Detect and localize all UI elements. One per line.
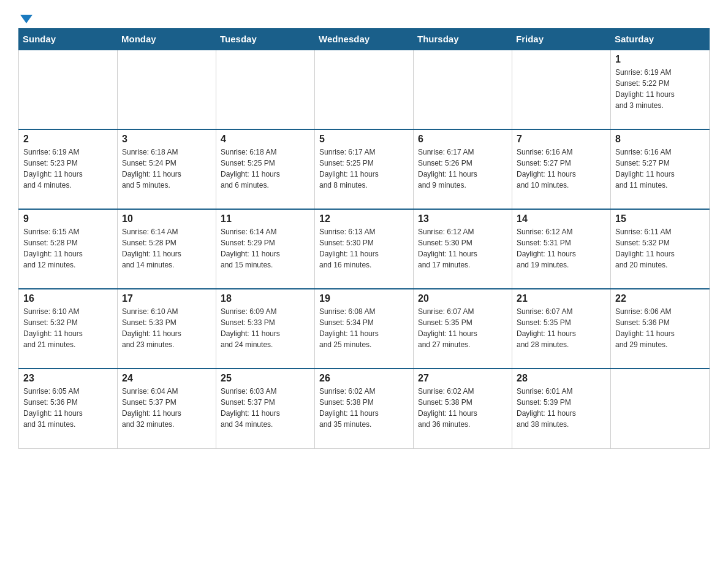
calendar-cell — [315, 50, 414, 129]
calendar-cell: 24Sunrise: 6:04 AMSunset: 5:37 PMDayligh… — [118, 369, 216, 448]
day-number: 13 — [418, 213, 507, 224]
day-number: 22 — [615, 293, 705, 304]
day-number: 4 — [221, 134, 310, 145]
day-info: Sunrise: 6:02 AMSunset: 5:38 PMDaylight:… — [418, 386, 507, 430]
calendar-cell: 22Sunrise: 6:06 AMSunset: 5:36 PMDayligh… — [611, 289, 710, 369]
day-info: Sunrise: 6:13 AMSunset: 5:30 PMDaylight:… — [319, 226, 409, 270]
day-number: 26 — [319, 373, 409, 384]
calendar-cell: 18Sunrise: 6:09 AMSunset: 5:33 PMDayligh… — [216, 289, 315, 369]
calendar-cell: 10Sunrise: 6:14 AMSunset: 5:28 PMDayligh… — [118, 209, 216, 289]
weekday-header-monday: Monday — [118, 29, 216, 50]
week-row-2: 2Sunrise: 6:19 AMSunset: 5:23 PMDaylight… — [19, 129, 710, 209]
day-info: Sunrise: 6:07 AMSunset: 5:35 PMDaylight:… — [517, 306, 606, 350]
day-number: 16 — [23, 293, 113, 304]
day-number: 21 — [517, 293, 606, 304]
calendar-cell: 21Sunrise: 6:07 AMSunset: 5:35 PMDayligh… — [512, 289, 611, 369]
logo-arrow-icon — [20, 15, 32, 23]
day-info: Sunrise: 6:10 AMSunset: 5:33 PMDaylight:… — [122, 306, 211, 350]
calendar-cell: 14Sunrise: 6:12 AMSunset: 5:31 PMDayligh… — [512, 209, 611, 289]
day-number: 20 — [418, 293, 507, 304]
week-row-3: 9Sunrise: 6:15 AMSunset: 5:28 PMDaylight… — [19, 209, 710, 289]
calendar-cell: 23Sunrise: 6:05 AMSunset: 5:36 PMDayligh… — [19, 369, 118, 448]
day-number: 7 — [517, 134, 606, 145]
day-number: 23 — [23, 373, 113, 384]
calendar-table: SundayMondayTuesdayWednesdayThursdayFrid… — [18, 28, 710, 449]
day-info: Sunrise: 6:14 AMSunset: 5:28 PMDaylight:… — [122, 226, 211, 270]
calendar-cell: 26Sunrise: 6:02 AMSunset: 5:38 PMDayligh… — [315, 369, 414, 448]
day-info: Sunrise: 6:10 AMSunset: 5:32 PMDaylight:… — [23, 306, 113, 350]
calendar-cell — [118, 50, 216, 129]
calendar-cell — [512, 50, 611, 129]
page-header — [18, 12, 710, 22]
day-info: Sunrise: 6:17 AMSunset: 5:26 PMDaylight:… — [418, 147, 507, 191]
calendar-cell: 25Sunrise: 6:03 AMSunset: 5:37 PMDayligh… — [216, 369, 315, 448]
calendar-cell: 17Sunrise: 6:10 AMSunset: 5:33 PMDayligh… — [118, 289, 216, 369]
day-info: Sunrise: 6:04 AMSunset: 5:37 PMDaylight:… — [122, 386, 211, 430]
day-number: 1 — [615, 54, 705, 65]
day-number: 28 — [517, 373, 606, 384]
calendar-cell: 12Sunrise: 6:13 AMSunset: 5:30 PMDayligh… — [315, 209, 414, 289]
day-info: Sunrise: 6:18 AMSunset: 5:24 PMDaylight:… — [122, 147, 211, 191]
day-info: Sunrise: 6:07 AMSunset: 5:35 PMDaylight:… — [418, 306, 507, 350]
calendar-cell: 4Sunrise: 6:18 AMSunset: 5:25 PMDaylight… — [216, 129, 315, 209]
calendar-cell: 1Sunrise: 6:19 AMSunset: 5:22 PMDaylight… — [611, 50, 710, 129]
day-info: Sunrise: 6:08 AMSunset: 5:34 PMDaylight:… — [319, 306, 409, 350]
day-info: Sunrise: 6:09 AMSunset: 5:33 PMDaylight:… — [221, 306, 310, 350]
calendar-cell — [611, 369, 710, 448]
day-info: Sunrise: 6:06 AMSunset: 5:36 PMDaylight:… — [615, 306, 705, 350]
day-number: 2 — [23, 134, 113, 145]
weekday-header-tuesday: Tuesday — [216, 29, 315, 50]
calendar-cell: 2Sunrise: 6:19 AMSunset: 5:23 PMDaylight… — [19, 129, 118, 209]
calendar-cell — [414, 50, 512, 129]
weekday-header-friday: Friday — [512, 29, 611, 50]
weekday-header-thursday: Thursday — [414, 29, 512, 50]
day-info: Sunrise: 6:15 AMSunset: 5:28 PMDaylight:… — [23, 226, 113, 270]
day-number: 12 — [319, 213, 409, 224]
week-row-1: 1Sunrise: 6:19 AMSunset: 5:22 PMDaylight… — [19, 50, 710, 129]
weekday-header-saturday: Saturday — [611, 29, 710, 50]
day-info: Sunrise: 6:12 AMSunset: 5:31 PMDaylight:… — [517, 226, 606, 270]
calendar-cell — [19, 50, 118, 129]
week-row-5: 23Sunrise: 6:05 AMSunset: 5:36 PMDayligh… — [19, 369, 710, 448]
calendar-cell: 20Sunrise: 6:07 AMSunset: 5:35 PMDayligh… — [414, 289, 512, 369]
day-info: Sunrise: 6:17 AMSunset: 5:25 PMDaylight:… — [319, 147, 409, 191]
day-number: 8 — [615, 134, 705, 145]
calendar-cell — [216, 50, 315, 129]
day-number: 15 — [615, 213, 705, 224]
weekday-header-row: SundayMondayTuesdayWednesdayThursdayFrid… — [19, 29, 710, 50]
day-number: 9 — [23, 213, 113, 224]
calendar-cell: 9Sunrise: 6:15 AMSunset: 5:28 PMDaylight… — [19, 209, 118, 289]
day-info: Sunrise: 6:18 AMSunset: 5:25 PMDaylight:… — [221, 147, 310, 191]
day-info: Sunrise: 6:19 AMSunset: 5:22 PMDaylight:… — [615, 67, 705, 111]
calendar-cell: 16Sunrise: 6:10 AMSunset: 5:32 PMDayligh… — [19, 289, 118, 369]
day-info: Sunrise: 6:05 AMSunset: 5:36 PMDaylight:… — [23, 386, 113, 430]
day-info: Sunrise: 6:01 AMSunset: 5:39 PMDaylight:… — [517, 386, 606, 430]
day-number: 17 — [122, 293, 211, 304]
day-info: Sunrise: 6:16 AMSunset: 5:27 PMDaylight:… — [517, 147, 606, 191]
calendar-cell: 11Sunrise: 6:14 AMSunset: 5:29 PMDayligh… — [216, 209, 315, 289]
calendar-cell: 19Sunrise: 6:08 AMSunset: 5:34 PMDayligh… — [315, 289, 414, 369]
day-info: Sunrise: 6:19 AMSunset: 5:23 PMDaylight:… — [23, 147, 113, 191]
day-number: 18 — [221, 293, 310, 304]
day-number: 10 — [122, 213, 211, 224]
day-number: 6 — [418, 134, 507, 145]
logo — [18, 12, 32, 22]
day-number: 5 — [319, 134, 409, 145]
day-info: Sunrise: 6:16 AMSunset: 5:27 PMDaylight:… — [615, 147, 705, 191]
day-number: 11 — [221, 213, 310, 224]
calendar-cell: 28Sunrise: 6:01 AMSunset: 5:39 PMDayligh… — [512, 369, 611, 448]
day-number: 24 — [122, 373, 211, 384]
calendar-cell: 5Sunrise: 6:17 AMSunset: 5:25 PMDaylight… — [315, 129, 414, 209]
calendar-cell: 7Sunrise: 6:16 AMSunset: 5:27 PMDaylight… — [512, 129, 611, 209]
weekday-header-sunday: Sunday — [19, 29, 118, 50]
day-number: 14 — [517, 213, 606, 224]
day-info: Sunrise: 6:14 AMSunset: 5:29 PMDaylight:… — [221, 226, 310, 270]
calendar-cell: 27Sunrise: 6:02 AMSunset: 5:38 PMDayligh… — [414, 369, 512, 448]
calendar-cell: 6Sunrise: 6:17 AMSunset: 5:26 PMDaylight… — [414, 129, 512, 209]
calendar-cell: 3Sunrise: 6:18 AMSunset: 5:24 PMDaylight… — [118, 129, 216, 209]
day-info: Sunrise: 6:03 AMSunset: 5:37 PMDaylight:… — [221, 386, 310, 430]
calendar-cell: 13Sunrise: 6:12 AMSunset: 5:30 PMDayligh… — [414, 209, 512, 289]
calendar-cell: 15Sunrise: 6:11 AMSunset: 5:32 PMDayligh… — [611, 209, 710, 289]
calendar-cell: 8Sunrise: 6:16 AMSunset: 5:27 PMDaylight… — [611, 129, 710, 209]
day-info: Sunrise: 6:12 AMSunset: 5:30 PMDaylight:… — [418, 226, 507, 270]
